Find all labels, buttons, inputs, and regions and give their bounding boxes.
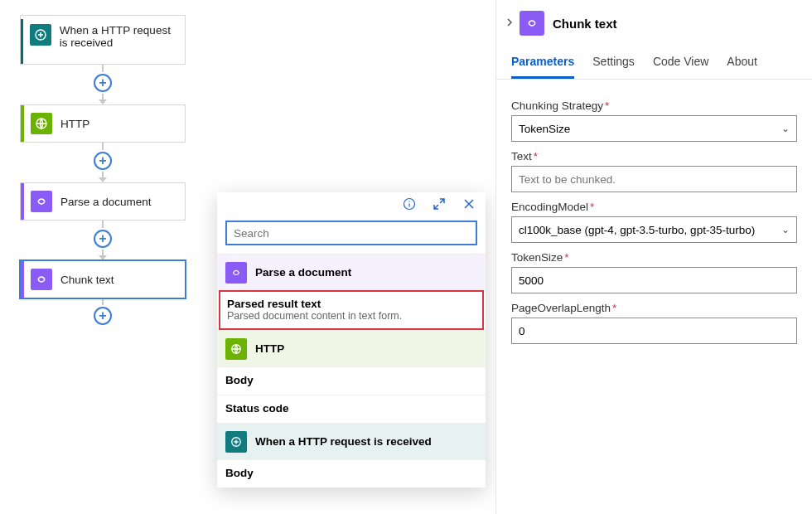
encoding-model-label: EncodingModel* [511,201,797,213]
item-title: Parsed result text [227,298,476,310]
svg-point-3 [408,201,409,201]
info-icon[interactable] [401,196,418,212]
add-step-button[interactable]: + [94,307,112,325]
http-icon [31,113,52,134]
tab-settings[interactable]: Settings [592,46,635,79]
panel-tabs: Parameters Settings Code View About [496,46,812,80]
dynamic-item-parsed-result-text[interactable]: Parsed result text Parsed document conte… [219,290,484,330]
node-accent [21,19,23,64]
page-overlap-length-label: PageOverlapLength* [511,302,797,314]
chunk-icon [31,269,52,290]
page-overlap-length-input[interactable] [511,318,797,344]
flow-node-http[interactable]: HTTP [20,104,186,143]
node-accent [21,183,24,220]
item-title: Body [225,467,477,479]
node-label: When a HTTP request is received [60,24,178,49]
tab-parameters[interactable]: Parameters [511,46,574,79]
add-step-button[interactable]: + [94,230,112,248]
section-title: Parse a document [255,266,351,279]
node-label: Parse a document [60,196,152,208]
parse-icon [225,262,247,284]
collapse-panel-button[interactable] [500,16,520,31]
dynamic-item-body[interactable]: Body [217,459,486,487]
side-panel: Chunk text Parameters Settings Code View… [495,0,812,514]
request-icon [225,431,247,453]
flow-node-chunk-text[interactable]: Chunk text [20,260,186,298]
expand-icon[interactable] [431,196,447,212]
connector: + [20,143,186,182]
chevron-down-icon: ⌄ [781,224,790,235]
flow-node-parse-document[interactable]: Parse a document [20,182,186,221]
node-label: Chunk text [60,274,114,286]
connector: + [20,221,186,260]
dynamic-section-request-trigger[interactable]: When a HTTP request is received [217,423,486,459]
dynamic-item-status-code[interactable]: Status code [217,395,486,423]
dynamic-section-parse-document[interactable]: Parse a document [217,254,486,290]
dynamic-section-http[interactable]: HTTP [217,330,486,366]
dynamic-content-popup: Parse a document Parsed result text Pars… [217,192,486,487]
parse-icon [31,191,52,212]
token-size-input[interactable] [511,267,797,293]
add-step-button[interactable]: + [94,74,112,92]
chevron-down-icon: ⌄ [781,123,790,134]
item-title: Body [225,374,477,386]
add-step-button[interactable]: + [94,152,112,170]
tab-code-view[interactable]: Code View [653,46,708,79]
close-icon[interactable] [461,196,477,212]
connector: + [20,65,186,104]
node-label: HTTP [60,118,89,130]
connector: + [20,298,186,327]
http-icon [225,338,247,360]
node-accent [21,261,24,298]
item-desc: Parsed document content in text form. [227,310,476,322]
chunk-icon [520,11,544,36]
request-icon [30,24,51,46]
section-title: When a HTTP request is received [255,435,432,448]
token-size-label: TokenSize* [511,251,797,264]
section-title: HTTP [255,342,284,355]
item-title: Status code [225,402,477,415]
node-accent [21,105,24,142]
dynamic-item-body[interactable]: Body [217,366,486,395]
encoding-model-select[interactable]: cl100k_base (gpt-4, gpt-3.5-turbo, gpt-3… [511,216,797,243]
panel-title: Chunk text [553,17,617,31]
text-input[interactable] [511,166,797,192]
tab-about[interactable]: About [727,46,757,79]
chunking-strategy-select[interactable]: TokenSize ⌄ [511,115,797,142]
text-label: Text* [511,150,797,162]
search-input[interactable] [225,221,477,245]
chunking-strategy-label: Chunking Strategy* [511,99,797,112]
flow-node-http-trigger[interactable]: When a HTTP request is received [20,15,186,65]
